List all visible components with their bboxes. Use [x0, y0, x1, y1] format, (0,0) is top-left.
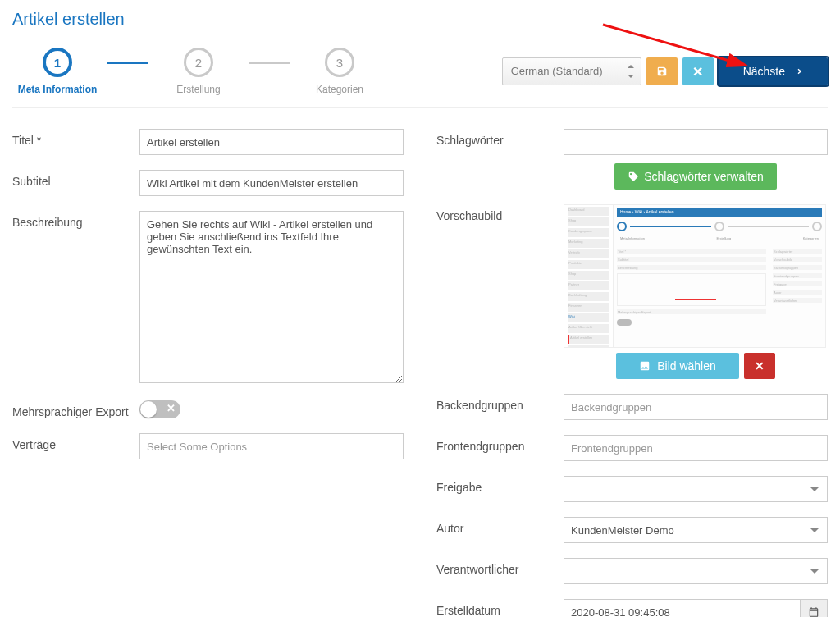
- preview-image: DashboardShopKundengruppenMarketingVertr…: [564, 204, 826, 348]
- tags-icon: [628, 171, 639, 182]
- wizard-step-3-label: Kategorien: [316, 84, 363, 95]
- date-input[interactable]: [564, 599, 800, 617]
- toggle-knob: [140, 401, 157, 418]
- contracts-input[interactable]: [139, 433, 404, 459]
- resp-select[interactable]: [564, 558, 828, 584]
- wizard-step-2-label: Erstellung: [176, 84, 220, 95]
- cancel-button[interactable]: ✕: [682, 57, 714, 85]
- preview-label: Vorschaubild: [436, 204, 564, 379]
- image-icon: [639, 360, 651, 372]
- wizard-steps: 1 Meta Information 2 Erstellung 3 Katego…: [12, 48, 385, 95]
- frontend-label: Frontendgruppen: [436, 435, 564, 461]
- title-label: Titel *: [12, 129, 139, 155]
- description-textarea[interactable]: Gehen Sie rechts auf Wiki - Artikel erst…: [139, 211, 404, 383]
- wizard-step-3-num: 3: [325, 48, 354, 77]
- wizard-connector: [107, 62, 148, 64]
- backend-input[interactable]: [564, 394, 828, 420]
- page-title: Artikel erstellen: [12, 0, 828, 39]
- wizard-step-1-num: 1: [43, 48, 72, 77]
- arrow-right-icon: [792, 66, 803, 77]
- wizard-step-1-label: Meta Information: [18, 84, 98, 95]
- wizard-step-2-num: 2: [184, 48, 213, 77]
- wizard-step-1[interactable]: 1 Meta Information: [12, 48, 103, 95]
- release-select[interactable]: [564, 476, 828, 502]
- save-icon: [656, 66, 668, 77]
- next-button-label: Nächste: [743, 65, 785, 78]
- author-value: KundenMeister Demo: [571, 524, 674, 537]
- description-label: Beschreibung: [12, 211, 139, 386]
- subtitle-label: Subtitel: [12, 170, 139, 196]
- contracts-label: Verträge: [12, 433, 139, 459]
- choose-image-button[interactable]: Bild wählen: [616, 353, 739, 379]
- calendar-icon: [808, 606, 819, 617]
- wizard-connector: [249, 62, 290, 64]
- multilang-label: Mehrsprachiger Export: [12, 400, 139, 418]
- chevron-down-icon: [810, 569, 819, 574]
- resp-label: Verantwortlicher: [436, 558, 564, 584]
- calendar-button[interactable]: [800, 599, 828, 617]
- manage-tags-label: Schlagwörter verwalten: [644, 170, 764, 183]
- frontend-input[interactable]: [564, 435, 828, 461]
- date-field[interactable]: [564, 599, 828, 617]
- multilang-toggle[interactable]: ✕: [139, 400, 180, 418]
- tags-label: Schlagwörter: [436, 129, 564, 190]
- manage-tags-button[interactable]: Schlagwörter verwalten: [614, 163, 777, 190]
- subtitle-input[interactable]: [139, 170, 404, 196]
- chevron-down-icon: [810, 487, 819, 491]
- delete-image-button[interactable]: ✕: [744, 353, 775, 379]
- save-button[interactable]: [646, 57, 678, 85]
- tags-input[interactable]: [564, 129, 828, 155]
- next-button[interactable]: Nächste: [719, 57, 828, 85]
- backend-label: Backendgruppen: [436, 394, 564, 420]
- choose-image-label: Bild wählen: [657, 359, 716, 372]
- close-icon: ✕: [692, 64, 703, 80]
- close-icon: ✕: [755, 359, 765, 372]
- release-label: Freigabe: [436, 476, 564, 502]
- author-select[interactable]: KundenMeister Demo: [564, 517, 828, 543]
- date-label: Erstelldatum: [436, 599, 564, 617]
- toggle-off-icon: ✕: [167, 402, 176, 414]
- wizard-step-3[interactable]: 3 Kategorien: [294, 48, 385, 95]
- chevron-down-icon: [810, 528, 819, 532]
- title-input[interactable]: [139, 129, 404, 155]
- language-select[interactable]: German (Standard): [502, 57, 641, 85]
- author-label: Autor: [436, 517, 564, 543]
- wizard-step-2[interactable]: 2 Erstellung: [153, 48, 244, 95]
